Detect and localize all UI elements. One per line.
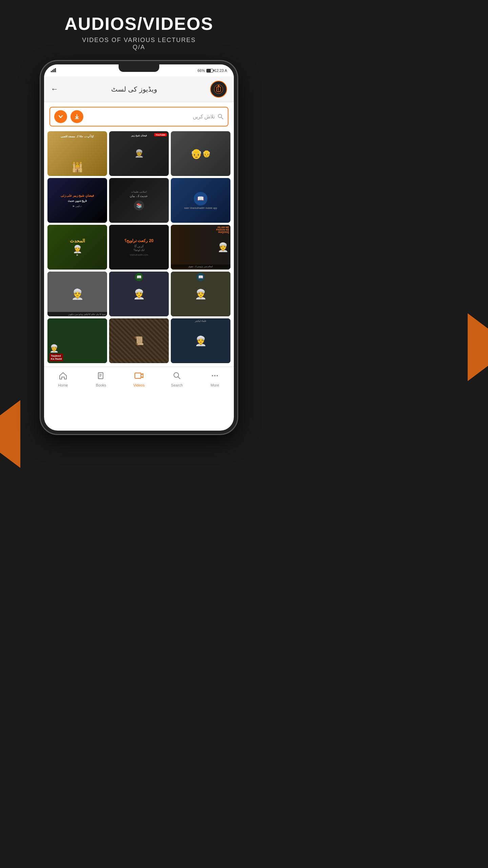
svg-line-13 [221, 117, 223, 119]
list-item[interactable]: فیضانِ شیخ زبیر علی زئی تاریخ تدوین حدیث… [47, 178, 107, 223]
nav-videos[interactable]: Videos [129, 370, 149, 389]
expand-button[interactable] [54, 110, 67, 123]
thumbnail-10: 👳‍♂️ شیخ کا بیان عالم کا لیکچر ویڈیو میں… [47, 272, 107, 316]
thumbnail-11: 👳 📖 [109, 272, 169, 316]
nav-more[interactable]: More [205, 370, 225, 389]
search-icon [218, 114, 224, 120]
nav-books-label: Books [96, 383, 106, 387]
battery-icon [206, 69, 213, 73]
list-item[interactable]: 📜 [109, 318, 169, 363]
search-nav-icon [173, 372, 181, 382]
status-right: 66% 12:23 A [198, 68, 227, 73]
nav-videos-label: Videos [133, 383, 144, 387]
list-item[interactable]: اسلامی تعلیمات حدیث کے بیان 📚 [109, 178, 169, 223]
nav-home-label: Home [58, 383, 68, 387]
thumbnail-1: 🕌 کیا آپ نے جانا کہ مسجد اقصی [47, 131, 107, 176]
nav-search[interactable]: Search [167, 370, 187, 389]
list-item[interactable]: 👳 TaqleedKa Radd [47, 318, 107, 363]
svg-rect-0 [51, 71, 52, 72]
search-bar[interactable]: تلاش کریں [49, 107, 228, 126]
video-grid: 🕌 کیا آپ نے جانا کہ مسجد اقصی YouTube 👳 … [44, 131, 234, 367]
svg-line-9 [217, 85, 218, 85]
thumbnail-12: 👳 📖 [171, 272, 230, 316]
thumbnail-2: YouTube 👳 فیضان شیخ زبیر [109, 131, 169, 176]
svg-rect-3 [55, 68, 56, 72]
chevron-down-icon [58, 114, 63, 119]
search-placeholder[interactable]: تلاش کریں [193, 114, 224, 120]
svg-point-23 [212, 375, 213, 376]
thumbnail-5: اسلامی تعلیمات حدیث کے بیان 📚 [109, 178, 169, 223]
app-content: ← ویڈیوز کی لسٹ [44, 77, 234, 391]
thumbnail-13: 👳 TaqleedKa Radd [47, 318, 107, 363]
svg-rect-1 [52, 70, 53, 72]
svg-line-22 [178, 377, 180, 379]
nav-search-label: Search [171, 383, 183, 387]
bottom-nav: Home Books [44, 367, 234, 391]
thumbnail-15: 👳 علماء لیکچر [171, 318, 230, 363]
books-icon [97, 372, 105, 382]
svg-rect-19 [135, 373, 141, 378]
top-bar: ← ویڈیوز کی لسٹ [44, 77, 234, 102]
svg-line-8 [220, 85, 220, 85]
list-item[interactable]: 👳‍♂️ شیخ کا بیان عالم کا لیکچر ویڈیو میں… [47, 272, 107, 316]
svg-point-6 [218, 85, 219, 86]
book-icon [214, 84, 223, 94]
phone-notch [119, 64, 159, 72]
svg-point-24 [214, 375, 216, 376]
page-title: AUDIOS/VIDEOS [64, 14, 213, 34]
svg-rect-18 [99, 373, 100, 379]
list-item[interactable]: 20 رکعت تراویح؟ کریں گا ایک لوجیا؟ islah… [109, 225, 169, 270]
more-icon [211, 372, 219, 382]
status-bar: 66% 12:23 A [44, 64, 234, 77]
nav-more-label: More [210, 383, 219, 387]
thumbnail-8: 20 رکعت تراویح؟ کریں گا ایک لوجیا؟ islah… [109, 225, 169, 270]
thumbnail-14: 📜 [109, 318, 169, 363]
thumbnail-7: المحدث 👳 ▶ [47, 225, 107, 270]
thumbnail-3: 👴 👴 [171, 131, 230, 176]
svg-point-25 [217, 375, 218, 376]
thumbnail-4: فیضانِ شیخ زبیر علی زئی تاریخ تدوین حدیث… [47, 178, 107, 223]
battery-fill [207, 69, 211, 72]
phone-frame: 66% 12:23 A ← ویڈیوز کی لسٹ [41, 61, 237, 434]
page-subtitle: VIDEOS OF VARIOUS LECTURES Q/A [64, 37, 213, 51]
search-controls [54, 110, 83, 123]
list-item[interactable]: 👳 📖 [171, 272, 230, 316]
list-item[interactable]: YouTube 👳 فیضان شیخ زبیر [109, 131, 169, 176]
page-header: AUDIOS/VIDEOS VIDEOS OF VARIOUS LECTURES… [58, 0, 220, 61]
home-icon [59, 372, 67, 382]
list-item[interactable]: 👳 📖 [109, 272, 169, 316]
svg-marker-20 [141, 374, 143, 378]
status-left [51, 68, 56, 73]
list-item[interactable]: 👴 👴 [171, 131, 230, 176]
nav-books[interactable]: Books [91, 370, 111, 389]
download-button[interactable] [70, 110, 83, 123]
accent-left [0, 400, 20, 468]
list-item[interactable]: المحدث 👳 ▶ [47, 225, 107, 270]
list-item[interactable]: 👳 ISLAM MEPADOSI KEHUQOOQ اسلام میں پڑوس… [171, 225, 230, 270]
back-button[interactable]: ← [51, 85, 58, 94]
thumbnail-6: 📖 islah 'shareulhadith' mobile app [171, 178, 230, 223]
thumbnail-9: 👳 ISLAM MEPADOSI KEHUQOOQ اسلام میں پڑوس… [171, 225, 230, 270]
videos-icon [134, 372, 144, 382]
svg-rect-2 [54, 69, 55, 72]
nav-home[interactable]: Home [53, 370, 73, 389]
list-item[interactable]: 📖 islah 'shareulhadith' mobile app [171, 178, 230, 223]
list-item[interactable]: 👳 علماء لیکچر [171, 318, 230, 363]
app-logo[interactable] [210, 81, 227, 98]
list-item[interactable]: 🕌 کیا آپ نے جانا کہ مسجد اقصی [47, 131, 107, 176]
screen-title: ویڈیوز کی لسٹ [111, 85, 157, 93]
download-icon [74, 114, 80, 119]
